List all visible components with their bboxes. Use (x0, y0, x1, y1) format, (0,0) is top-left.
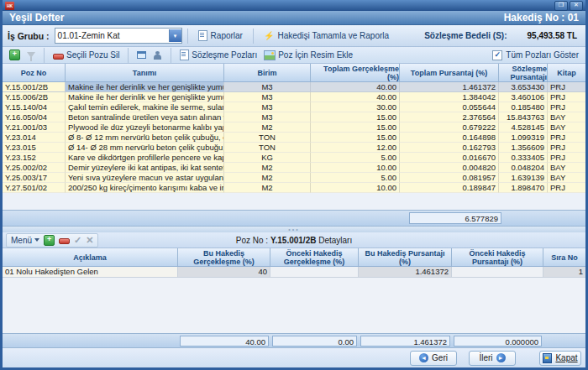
raporlar-button[interactable]: Raporlar (193, 28, 248, 44)
table-cell[interactable]: 0.048204 (499, 163, 548, 173)
hakedis-tamamla-button[interactable]: ⚡ Hakedişi Tamamla ve Raporla (259, 28, 394, 44)
table-cell[interactable]: 40.00 (311, 92, 400, 102)
table-cell[interactable]: 1.639139 (499, 173, 548, 183)
table-row[interactable]: Y.23.015Ø 14- Ø 28 mm nervürlü beton çel… (3, 143, 585, 153)
detail-table-cell[interactable] (270, 267, 359, 278)
table-cell[interactable]: 1.461372 (400, 82, 499, 92)
column-header[interactable]: Bu Hakediş Gerçekleşme (%) (178, 248, 270, 266)
ileri-button[interactable]: İleri ► (469, 351, 516, 366)
table-cell[interactable]: M2 (224, 173, 311, 183)
table-cell[interactable]: Y.15.006/2B (3, 92, 66, 102)
table-cell[interactable]: M2 (224, 163, 311, 173)
window-view-button[interactable] (134, 49, 150, 62)
table-cell[interactable]: M3 (224, 82, 311, 92)
table-cell[interactable]: 0.189847 (400, 183, 499, 193)
table-cell[interactable]: M3 (224, 102, 311, 112)
table-cell[interactable]: 5.00 (311, 173, 400, 183)
table-cell[interactable]: 1.384042 (400, 92, 499, 102)
detail-table-cell[interactable]: 40 (178, 267, 270, 278)
table-row[interactable]: Y.21.001/03Plywood ile düz yüzeyli beton… (3, 122, 585, 133)
is-grubu-combobox[interactable]: 01.01-Zemin Kat ▼ (55, 28, 182, 44)
table-cell[interactable]: TON (224, 133, 311, 143)
table-cell[interactable]: 15.843763 (499, 112, 548, 122)
table-cell[interactable]: Y.23.015 (3, 143, 66, 153)
table-cell[interactable]: Y.21.001/03 (3, 122, 66, 133)
table-cell[interactable]: Demir yüzeylere iki kat antipas, iki kat… (66, 163, 224, 173)
table-cell[interactable]: 0.004820 (400, 163, 499, 173)
column-header[interactable]: Bu Hakediş Pursantajı (%) (359, 248, 452, 266)
table-cell[interactable]: Makine ile her derinlik ve her genişlikt… (66, 92, 224, 102)
menu-button[interactable]: Menü (11, 236, 39, 245)
table-cell[interactable]: 1.356609 (499, 143, 548, 153)
detail-table-cell[interactable] (452, 267, 543, 278)
table-cell[interactable]: 0.185480 (499, 102, 548, 112)
table-cell[interactable]: 0.016670 (400, 153, 499, 163)
table-cell[interactable]: 3.460106 (499, 92, 548, 102)
table-cell[interactable]: Y.15.001/2B (3, 82, 66, 92)
detail-table-cell[interactable]: 01 Nolu Hakedişten Gelen (3, 267, 178, 278)
table-cell[interactable]: PRJ (548, 153, 585, 163)
table-cell[interactable]: PRJ (548, 183, 585, 193)
add-poz-button[interactable]: + (6, 49, 24, 62)
table-cell[interactable]: Y.25.003/17 (3, 173, 66, 183)
column-header[interactable]: Açıklama (3, 248, 178, 266)
table-cell[interactable]: 15.00 (311, 133, 400, 143)
table-row[interactable]: Y.15.001/2BMakine ile her derinlik ve he… (3, 82, 585, 92)
table-cell[interactable]: PRJ (548, 143, 585, 153)
table-row[interactable]: Y.15.140/04Çakıl temin edilerek, makine … (3, 102, 585, 112)
table-cell[interactable]: M3 (224, 92, 311, 102)
table-cell[interactable]: 0.081957 (400, 173, 499, 183)
column-header[interactable]: Önceki Hakediş Pursantajı (%) (452, 248, 543, 266)
table-cell[interactable]: 0.055644 (400, 102, 499, 112)
maximize-icon[interactable]: ❐ (554, 1, 568, 11)
table-cell[interactable]: Ø 14- Ø 28 mm nervürlü beton çelik çubuğ… (66, 143, 224, 153)
column-header[interactable]: Toplam Gerçekleşme (%) (311, 64, 400, 81)
table-cell[interactable]: BAY (548, 122, 585, 133)
column-header[interactable]: Birim (224, 64, 311, 81)
table-cell[interactable]: Y.23.152 (3, 153, 66, 163)
table-cell[interactable]: Çakıl temin edilerek, makine ile serme, … (66, 102, 224, 112)
table-cell[interactable]: Beton santralinde üretilen veya satın al… (66, 112, 224, 122)
table-cell[interactable]: 15.00 (311, 112, 400, 122)
table-cell[interactable]: BAY (548, 112, 585, 122)
clear-filter-button[interactable] (24, 49, 39, 62)
detail-cancel-button[interactable]: ✕ (86, 236, 93, 245)
column-header[interactable]: Sıra No (543, 248, 585, 266)
table-cell[interactable]: Kare ve dikdörtgen profillerle pencere v… (66, 153, 224, 163)
table-cell[interactable]: KG (224, 153, 311, 163)
table-cell[interactable]: PRJ (548, 82, 585, 92)
table-cell[interactable]: 0.164898 (400, 133, 499, 143)
kapat-button[interactable]: Kapat (539, 351, 581, 366)
table-cell[interactable]: 200/250 kg kireç/çimento karışımı kaba v… (66, 183, 224, 193)
table-row[interactable]: Y.27.501/02200/250 kg kireç/çimento karı… (3, 183, 585, 193)
table-cell[interactable]: 0.162793 (400, 143, 499, 153)
table-cell[interactable]: 2.376564 (400, 112, 499, 122)
detail-table-row[interactable]: 01 Nolu Hakedişten Gelen401.4613721 (3, 267, 585, 278)
table-cell[interactable]: BAY (548, 163, 585, 173)
column-header[interactable]: Kitap (548, 64, 585, 81)
table-cell[interactable]: 12.00 (311, 143, 400, 153)
table-cell[interactable]: 4.528145 (499, 122, 548, 133)
column-header[interactable]: Önceki Hakediş Gerçekleşme (%) (270, 248, 359, 266)
panel-splitter[interactable]: ••• (3, 227, 585, 232)
secili-pozu-sil-button[interactable]: Seçili Pozu Sil (50, 49, 123, 62)
column-header[interactable]: Tanımı (66, 64, 224, 81)
close-icon[interactable]: ✕ (570, 1, 583, 11)
table-cell[interactable]: BAY (548, 173, 585, 183)
table-cell[interactable]: Y.16.050/04 (3, 112, 66, 122)
table-cell[interactable]: PRJ (548, 92, 585, 102)
table-cell[interactable]: TON (224, 143, 311, 153)
table-cell[interactable]: 3.653430 (499, 82, 548, 92)
table-cell[interactable]: 10.00 (311, 183, 400, 193)
table-row[interactable]: Y.25.002/02Demir yüzeylere iki kat antip… (3, 163, 585, 173)
table-row[interactable]: Y.23.152Kare ve dikdörtgen profillerle p… (3, 153, 585, 163)
table-cell[interactable]: Yeni sıva yüzeylere macun ve astar uygul… (66, 173, 224, 183)
table-cell[interactable]: 15.00 (311, 122, 400, 133)
table-cell[interactable]: 0.333405 (499, 153, 548, 163)
table-cell[interactable]: Plywood ile düz yüzeyli betonarme kalıbı… (66, 122, 224, 133)
column-header[interactable]: Toplam Pursantaj (%) (400, 64, 499, 81)
table-cell[interactable]: Y.25.002/02 (3, 163, 66, 173)
table-cell[interactable]: M2 (224, 122, 311, 133)
detail-add-button[interactable]: + (44, 235, 55, 246)
tum-pozlari-goster-checkbox[interactable]: ✓ Tüm Pozları Göster (492, 50, 582, 60)
